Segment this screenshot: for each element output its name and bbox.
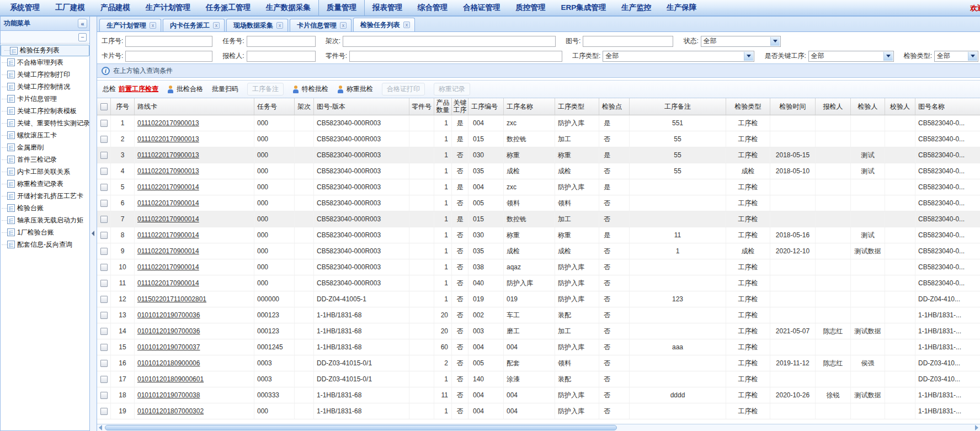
table-row[interactable]: 201110220170900013000CB5823040-000R0031是… bbox=[97, 131, 980, 147]
nav-item-3[interactable]: 产品建模 bbox=[93, 0, 138, 15]
row-checkbox[interactable] bbox=[100, 216, 108, 223]
filter-input-row2-1[interactable] bbox=[125, 51, 212, 62]
row-checkbox[interactable] bbox=[100, 408, 108, 415]
table-row[interactable]: 190101012018070003020001-1HB/1831-681否00… bbox=[97, 403, 980, 419]
route-card-link[interactable]: 01010120190700038 bbox=[137, 391, 200, 399]
column-header-12[interactable]: 工序类型 bbox=[555, 98, 599, 115]
route-card-link[interactable]: 01010120190700036 bbox=[137, 327, 200, 335]
nav-item-12[interactable]: ERP集成管理 bbox=[553, 0, 614, 15]
row-checkbox[interactable] bbox=[100, 328, 108, 335]
column-header-20[interactable]: 图号名称 bbox=[915, 98, 980, 115]
route-card-link[interactable]: 01010120190700036 bbox=[137, 311, 200, 319]
table-row[interactable]: 701110220170900014000CB5823040-000R0031是… bbox=[97, 211, 980, 227]
nav-item-13[interactable]: 生产监控 bbox=[614, 0, 659, 15]
column-header-17[interactable]: 报检人 bbox=[816, 98, 851, 115]
nav-item-5[interactable]: 任务派工管理 bbox=[198, 0, 258, 15]
collapse-all-button[interactable]: − bbox=[78, 33, 87, 41]
tab-close-icon[interactable]: x bbox=[340, 22, 347, 29]
sidebar-item[interactable]: 金属磨削 bbox=[1, 141, 89, 153]
route-card-link[interactable]: 01110220170900014 bbox=[137, 183, 199, 191]
sidebar-item[interactable]: 1厂检验台账 bbox=[1, 226, 89, 238]
row-checkbox[interactable] bbox=[100, 280, 108, 287]
chevron-down-icon[interactable] bbox=[770, 37, 780, 46]
table-row[interactable]: 401110220170900013000CB5823040-000R0031否… bbox=[97, 163, 980, 179]
column-header-2[interactable]: 序号 bbox=[111, 98, 135, 115]
row-checkbox[interactable] bbox=[100, 344, 108, 351]
scroll-right-arrow-icon[interactable] bbox=[975, 425, 978, 430]
table-row[interactable]: 150101012019070003700012451-1HB/1831-686… bbox=[97, 339, 980, 355]
table-row[interactable]: 13010101201907000360001231-1HB/1831-6820… bbox=[97, 307, 980, 323]
nav-item-9[interactable]: 综合管理 bbox=[410, 0, 455, 15]
nav-item-10[interactable]: 合格证管理 bbox=[455, 0, 508, 15]
nav-item-6[interactable]: 生产数据采集 bbox=[258, 0, 318, 15]
route-card-link[interactable]: 01110220170900014 bbox=[137, 247, 199, 255]
tab-close-icon[interactable]: x bbox=[276, 22, 283, 29]
chevron-down-icon[interactable] bbox=[883, 52, 893, 61]
tab-close-icon[interactable]: x bbox=[213, 22, 220, 29]
filter-select-row2-6[interactable]: 全部 bbox=[934, 51, 978, 62]
route-card-link[interactable]: 01110220170900014 bbox=[137, 215, 199, 223]
row-checkbox[interactable] bbox=[100, 312, 108, 319]
row-checkbox[interactable] bbox=[100, 184, 108, 191]
sidebar-item[interactable]: 关键、重要特性实测记录 bbox=[1, 117, 89, 129]
filter-input-row1-4[interactable] bbox=[583, 36, 673, 47]
filter-input-row2-3[interactable] bbox=[349, 51, 562, 62]
nav-item-14[interactable]: 生产保障 bbox=[659, 0, 704, 15]
sidebar-item[interactable]: 检验任务列表 bbox=[1, 45, 89, 56]
nav-item-1[interactable]: 系统管理 bbox=[2, 0, 47, 15]
toolbar-button-3[interactable]: 批量扫码 bbox=[212, 84, 238, 94]
row-checkbox[interactable] bbox=[100, 120, 108, 127]
route-card-link[interactable]: 01110220170900013 bbox=[137, 119, 199, 127]
table-row[interactable]: 1101110220170900014000CB5823040-000R0031… bbox=[97, 275, 980, 291]
table-row[interactable]: 16010101201809000060003DD-Z03-41015-0/12… bbox=[97, 355, 980, 371]
column-header-15[interactable]: 检验类型 bbox=[726, 98, 770, 115]
toolbar-button-2[interactable]: 批检合格 bbox=[167, 84, 203, 94]
column-header-1[interactable] bbox=[97, 98, 111, 115]
row-checkbox[interactable] bbox=[100, 376, 108, 383]
sidebar-item[interactable]: 不合格审理列表 bbox=[1, 56, 89, 68]
chevron-down-icon[interactable] bbox=[744, 52, 753, 61]
sidebar-item[interactable]: 轴承压装无载启动力矩 bbox=[1, 214, 89, 226]
tab-1[interactable]: 生产计划管理x bbox=[99, 19, 161, 31]
row-checkbox[interactable] bbox=[100, 248, 108, 255]
sidebar-collapse-button[interactable]: « bbox=[78, 19, 87, 28]
sidebar-item[interactable]: 配套信息-反向查询 bbox=[1, 238, 89, 251]
table-row[interactable]: 170101012018090006010003DD-Z03-41015-0/1… bbox=[97, 371, 980, 387]
route-card-link[interactable]: 0115022017110002801 bbox=[137, 295, 206, 303]
row-checkbox[interactable] bbox=[100, 200, 108, 207]
row-checkbox[interactable] bbox=[100, 360, 108, 367]
sidebar-item[interactable]: 关键工序控制情况 bbox=[1, 81, 89, 93]
row-checkbox[interactable] bbox=[100, 152, 108, 159]
route-card-link[interactable]: 01110220170900014 bbox=[137, 199, 199, 207]
nav-item-11[interactable]: 质控管理 bbox=[508, 0, 553, 15]
toolbar-button-7[interactable]: 合格证打印 bbox=[382, 83, 425, 95]
route-card-link[interactable]: 010101201809000601 bbox=[137, 375, 204, 383]
toolbar-button-6[interactable]: 称重批检 bbox=[337, 84, 373, 94]
tab-5[interactable]: 检验任务列表x bbox=[353, 18, 415, 31]
tab-close-icon[interactable]: x bbox=[150, 22, 156, 29]
sidebar-item[interactable]: 开缝衬套孔挤压工艺卡 bbox=[1, 190, 89, 202]
route-card-link[interactable]: 01110220170900013 bbox=[137, 151, 199, 159]
horizontal-scrollbar[interactable] bbox=[97, 424, 980, 431]
row-checkbox[interactable] bbox=[100, 136, 108, 143]
column-header-5[interactable]: 架次 bbox=[295, 98, 314, 115]
column-header-3[interactable]: 路线卡 bbox=[135, 98, 254, 115]
column-header-7[interactable]: 零件号 bbox=[409, 98, 434, 115]
filter-select-row2-5[interactable]: 全部 bbox=[808, 51, 894, 62]
filter-input-row1-2[interactable] bbox=[247, 36, 316, 47]
route-card-link[interactable]: 01110220170900013 bbox=[137, 167, 199, 175]
column-header-16[interactable]: 检验时间 bbox=[770, 98, 816, 115]
chevron-down-icon[interactable] bbox=[968, 52, 977, 61]
column-header-13[interactable]: 检验点 bbox=[599, 98, 630, 115]
nav-item-4[interactable]: 生产计划管理 bbox=[138, 0, 198, 15]
toolbar-button-1[interactable]: 总检前置工序检查 bbox=[103, 84, 158, 94]
filter-select-row2-4[interactable]: 全部 bbox=[603, 51, 754, 62]
tab-3[interactable]: 现场数据采集x bbox=[226, 19, 288, 31]
nav-item-8[interactable]: 报表管理 bbox=[365, 0, 410, 15]
splitter-collapse-arrow-icon[interactable] bbox=[92, 231, 94, 236]
toolbar-button-4[interactable]: 工序备注 bbox=[247, 83, 284, 95]
scroll-left-arrow-icon[interactable] bbox=[99, 425, 102, 430]
route-card-link[interactable]: 01110220170900014 bbox=[137, 263, 199, 271]
table-row[interactable]: 14010101201907000360001231-1HB/1831-6820… bbox=[97, 323, 980, 339]
sidebar-item[interactable]: 卡片信息管理 bbox=[1, 93, 89, 105]
